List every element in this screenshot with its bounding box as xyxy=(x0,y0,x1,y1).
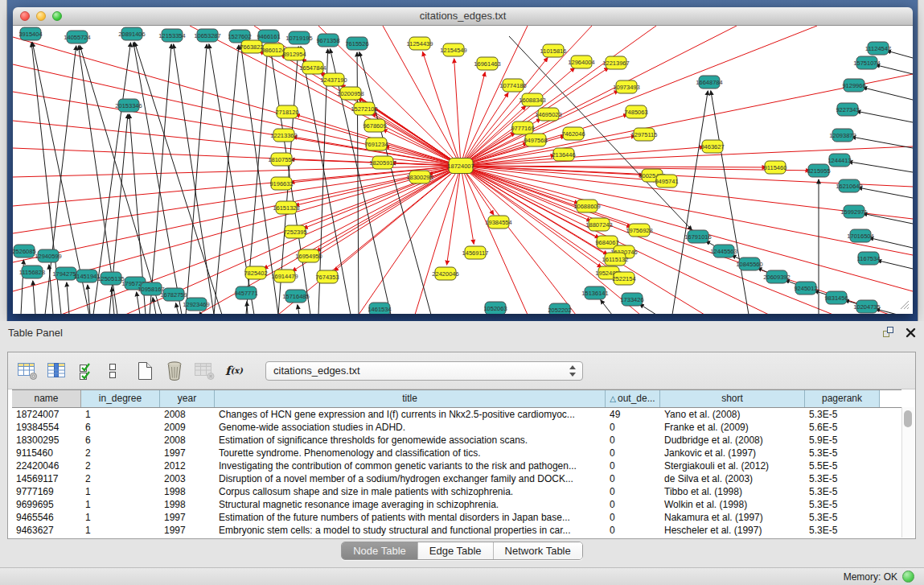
network-edge-red[interactable] xyxy=(461,166,889,314)
network-node-selected[interactable]: 7691234 xyxy=(364,138,388,150)
network-edge[interactable] xyxy=(856,111,913,122)
network-edge[interactable] xyxy=(601,300,612,314)
network-node[interactable]: 1052063 xyxy=(483,302,507,314)
table-row[interactable]: 1872400712008Changes of HCN gene express… xyxy=(12,408,901,421)
network-edge[interactable] xyxy=(848,162,913,172)
network-node-selected[interactable]: 12437190 xyxy=(320,73,347,86)
scrollbar-thumb[interactable] xyxy=(904,410,912,427)
network-edge[interactable] xyxy=(247,302,248,314)
table-vertical-scrollbar[interactable] xyxy=(901,407,914,538)
network-node[interactable]: 12093872 xyxy=(829,129,856,142)
network-node[interactable]: 1461534 xyxy=(368,303,391,314)
network-node[interactable]: 8215955 xyxy=(807,164,830,177)
network-edge[interactable] xyxy=(877,261,913,269)
network-edge[interactable] xyxy=(153,298,156,314)
cell-name[interactable]: 9463627 xyxy=(12,524,81,537)
cell-in_degree[interactable]: 6 xyxy=(81,434,160,447)
network-node-selected[interactable]: 7825402 xyxy=(244,266,267,279)
column-header-out_de[interactable]: △out_de... xyxy=(606,390,660,407)
right-splitter[interactable] xyxy=(918,0,924,321)
network-node-selected[interactable]: 11015816 xyxy=(540,44,567,57)
network-node[interactable]: 11124547 xyxy=(865,42,891,55)
cell-name[interactable]: 22420046 xyxy=(12,459,81,472)
network-edge[interactable] xyxy=(876,65,913,74)
network-node[interactable]: 1244413 xyxy=(827,154,851,167)
network-node[interactable]: 14055724 xyxy=(64,31,90,43)
cell-year[interactable]: 2008 xyxy=(160,434,215,447)
network-edge[interactable] xyxy=(134,42,222,314)
table-row[interactable]: 1938455462009Genome-wide association stu… xyxy=(12,421,901,434)
network-edge-red[interactable] xyxy=(316,166,461,251)
cell-name[interactable]: 18724007 xyxy=(12,408,81,421)
cell-title[interactable]: Genome-wide association studies in ADHD. xyxy=(215,421,606,434)
network-node-selected[interactable]: 15272102 xyxy=(351,102,377,115)
network-node[interactable]: 15136141 xyxy=(581,286,608,299)
network-edge[interactable] xyxy=(150,44,171,314)
tab-edge-table[interactable]: Edge Table xyxy=(418,542,494,559)
cell-in_degree[interactable]: 1 xyxy=(81,498,160,511)
cell-out_de[interactable]: 0 xyxy=(606,485,660,498)
network-node-selected[interactable]: 11254439 xyxy=(407,37,433,50)
network-edge-red[interactable] xyxy=(461,26,737,166)
network-node[interactable]: 12923469 xyxy=(183,298,209,311)
cell-pagerank[interactable]: 5.3E-5 xyxy=(805,485,880,498)
column-header-short[interactable]: short xyxy=(660,390,805,407)
cell-out_de[interactable]: 0 xyxy=(606,434,660,447)
cell-title[interactable]: Estimation of significance thresholds fo… xyxy=(215,434,606,447)
network-node[interactable]: 15992971 xyxy=(840,205,867,218)
cell-pagerank[interactable]: 5.3E-5 xyxy=(805,511,880,524)
network-node-selected[interactable]: 19384554 xyxy=(485,216,511,229)
network-edge-red[interactable] xyxy=(461,166,474,244)
network-edge[interactable] xyxy=(137,292,140,314)
cell-out_de[interactable]: 0 xyxy=(606,459,660,472)
cell-year[interactable]: 2009 xyxy=(160,421,215,434)
network-node[interactable]: 15716485 xyxy=(282,290,309,303)
network-node-selected[interactable]: 16914479 xyxy=(271,270,298,282)
network-node[interactable]: 20609392 xyxy=(763,270,790,283)
cell-short[interactable]: Franke et al. (2009) xyxy=(660,421,805,434)
cell-in_degree[interactable]: 2 xyxy=(81,472,160,485)
network-edge[interactable] xyxy=(174,44,214,314)
network-node[interactable]: 10204735 xyxy=(853,300,880,313)
network-node-selected[interactable]: 14569117 xyxy=(462,246,489,259)
network-node-selected[interactable]: 9495741 xyxy=(655,175,678,187)
cell-name[interactable]: 9115460 xyxy=(12,447,81,459)
left-splitter[interactable] xyxy=(0,0,7,321)
cell-pagerank[interactable]: 5.5E-5 xyxy=(805,459,880,472)
cell-short[interactable]: Dudbridge et al. (2008) xyxy=(660,434,805,447)
network-node[interactable]: 16782759 xyxy=(160,288,187,301)
network-node[interactable]: 17016504 xyxy=(847,229,873,242)
cell-short[interactable]: Wolkin et al. (1998) xyxy=(660,498,805,511)
network-node-selected[interactable]: 12213967 xyxy=(602,56,629,69)
network-node-selected[interactable]: 10200958 xyxy=(337,87,363,100)
cell-in_degree[interactable]: 1 xyxy=(81,524,160,537)
cell-pagerank[interactable]: 5.6E-5 xyxy=(805,421,880,434)
cell-short[interactable]: Yano et al. (2008) xyxy=(660,408,805,421)
network-node[interactable]: 15751074 xyxy=(853,56,880,69)
network-node-selected[interactable]: 18300295 xyxy=(406,171,433,183)
network-edge[interactable] xyxy=(298,305,299,314)
network-node-selected[interactable]: 19756928 xyxy=(626,224,652,237)
cell-pagerank[interactable]: 5.9E-5 xyxy=(805,434,880,447)
network-edge[interactable] xyxy=(639,304,656,314)
cell-title[interactable]: Corpus callosum shape and size in male p… xyxy=(215,485,606,498)
network-node-selected[interactable]: 16151328 xyxy=(273,201,299,214)
resize-grip[interactable] xyxy=(901,301,909,309)
cell-in_degree[interactable]: 1 xyxy=(81,511,160,524)
cell-short[interactable]: de Silva et al. (2003) xyxy=(660,472,805,485)
network-node-selected[interactable]: 9115460 xyxy=(764,161,787,174)
network-edge-red[interactable] xyxy=(461,166,579,204)
table-row[interactable]: 2242004622012Investigating the contribut… xyxy=(12,459,901,472)
network-node-selected[interactable]: 14695023 xyxy=(535,108,561,121)
cell-pagerank[interactable]: 5.3E-5 xyxy=(805,472,880,485)
network-node[interactable]: 1733426 xyxy=(620,293,643,306)
network-edge[interactable] xyxy=(672,91,708,314)
network-node-selected[interactable]: 9678609 xyxy=(363,119,386,132)
close-panel-icon[interactable] xyxy=(906,327,916,341)
tab-network-table[interactable]: Network Table xyxy=(494,542,582,559)
network-node-selected[interactable]: 9497568 xyxy=(524,134,547,146)
cell-year[interactable]: 1998 xyxy=(160,485,215,498)
network-node[interactable]: 9671358 xyxy=(316,34,339,47)
cell-year[interactable]: 2003 xyxy=(160,472,215,485)
network-node[interactable]: 10719195 xyxy=(285,31,312,44)
